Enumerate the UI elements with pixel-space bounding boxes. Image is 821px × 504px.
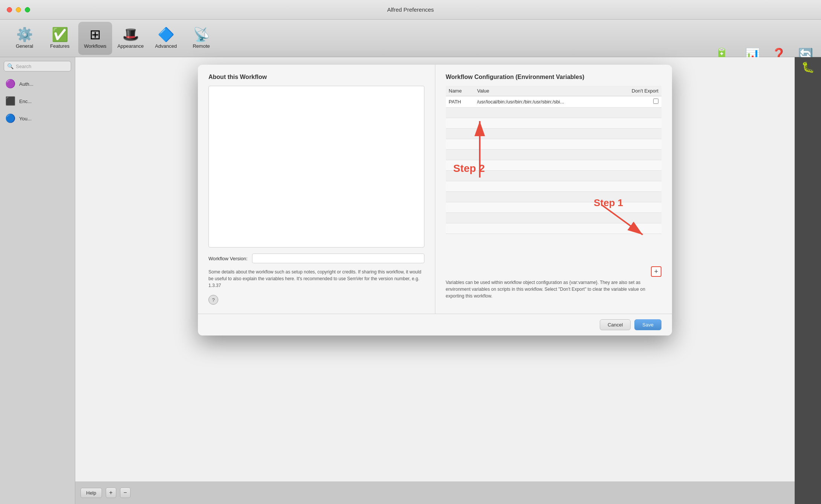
sidebar: 🔍 Search 🟣 Auth... ⬛ Enc... 🔵 You... xyxy=(0,57,75,504)
dialog-left: About this Workflow Workflow Version: So… xyxy=(198,65,435,314)
workflow-image-box xyxy=(208,86,424,247)
advanced-icon: 🔷 xyxy=(158,28,175,41)
dialog-container: About this Workflow Workflow Version: So… xyxy=(75,57,795,504)
main-content: About this Workflow Workflow Version: So… xyxy=(75,57,795,504)
table-row xyxy=(446,202,662,213)
bottom-add-button[interactable]: + xyxy=(106,487,116,498)
maximize-button[interactable] xyxy=(25,7,30,12)
toolbar-item-remote[interactable]: 📡 Remote xyxy=(184,22,218,55)
sidebar-item-enc[interactable]: ⬛ Enc... xyxy=(0,93,75,110)
enc-icon: ⬛ xyxy=(5,96,15,106)
workflows-icon: ⊞ xyxy=(90,28,101,41)
dialog-right: Workflow Configuration (Environment Vari… xyxy=(435,65,672,314)
cell-dont-export xyxy=(613,96,661,108)
toolbar-item-workflows[interactable]: ⊞ Workflows xyxy=(78,22,112,55)
env-bottom: + Variables can be used within workflow … xyxy=(446,266,662,305)
remote-icon: 📡 xyxy=(193,28,210,41)
workflow-description: Some details about the workflow such as … xyxy=(208,269,424,289)
close-button[interactable] xyxy=(7,7,12,12)
col-value: Value xyxy=(474,86,613,96)
general-icon: ⚙️ xyxy=(16,28,33,41)
bug-icon[interactable]: 🐛 xyxy=(801,61,815,73)
workflow-version-input[interactable] xyxy=(252,254,424,263)
toolbar-item-advanced[interactable]: 🔷 Advanced xyxy=(149,22,183,55)
dialog-footer: Cancel Save xyxy=(198,314,672,335)
search-icon: 🔍 xyxy=(7,63,14,69)
table-row xyxy=(446,213,662,223)
add-button-row: + xyxy=(446,266,662,277)
window-title: Alfred Preferences xyxy=(387,6,434,13)
cancel-button[interactable]: Cancel xyxy=(600,319,631,330)
table-row xyxy=(446,223,662,234)
dont-export-checkbox[interactable] xyxy=(653,99,658,104)
table-row: PATH /usr/local/bin:/usr/bin:/bin:/usr/s… xyxy=(446,96,662,108)
toolbar-label-appearance: Appearance xyxy=(117,43,144,49)
col-dont-export: Don't Export xyxy=(613,86,661,96)
toolbar: ⚙️ General ✅ Features ⊞ Workflows 🎩 Appe… xyxy=(0,20,821,57)
table-row xyxy=(446,139,662,150)
search-box[interactable]: 🔍 Search xyxy=(4,61,71,71)
search-input[interactable]: Search xyxy=(16,64,31,69)
add-env-button[interactable]: + xyxy=(651,266,661,277)
cell-name: PATH xyxy=(446,96,474,108)
table-row xyxy=(446,129,662,139)
auth-icon: 🟣 xyxy=(5,79,15,89)
sidebar-item-auth[interactable]: 🟣 Auth... xyxy=(0,75,75,93)
table-row xyxy=(446,171,662,181)
right-panel: 🐛 xyxy=(795,57,821,504)
features-icon: ✅ xyxy=(52,28,68,41)
env-table: Name Value Don't Export PATH /usr/local/… xyxy=(446,86,662,234)
help-button[interactable]: ? xyxy=(208,295,218,305)
appearance-icon: 🎩 xyxy=(122,28,139,41)
title-bar: Alfred Preferences xyxy=(0,0,821,20)
bottom-bar: Help + − xyxy=(75,481,795,504)
cell-value: /usr/local/bin:/usr/bin:/bin:/usr/sbin:/… xyxy=(474,96,613,108)
sidebar-item-you[interactable]: 🔵 You... xyxy=(0,110,75,127)
toolbar-item-general[interactable]: ⚙️ General xyxy=(8,22,41,55)
workflow-version-label: Workflow Version: xyxy=(208,256,248,261)
sidebar-item-label-you: You... xyxy=(19,116,32,121)
table-row xyxy=(446,118,662,129)
dialog-left-title: About this Workflow xyxy=(208,74,424,80)
env-description: Variables can be used within workflow ob… xyxy=(446,279,662,299)
toolbar-item-features[interactable]: ✅ Features xyxy=(43,22,77,55)
sidebar-item-label-enc: Enc... xyxy=(19,99,32,104)
table-row xyxy=(446,160,662,171)
toolbar-label-workflows: Workflows xyxy=(84,43,106,49)
dialog: About this Workflow Workflow Version: So… xyxy=(198,65,672,335)
table-row xyxy=(446,192,662,202)
window-controls xyxy=(7,7,30,12)
dialog-right-title: Workflow Configuration (Environment Vari… xyxy=(446,74,662,80)
save-button[interactable]: Save xyxy=(634,319,661,330)
dialog-inner: About this Workflow Workflow Version: So… xyxy=(198,65,672,314)
col-name: Name xyxy=(446,86,474,96)
toolbar-label-general: General xyxy=(16,43,33,49)
workflow-version-row: Workflow Version: xyxy=(208,254,424,263)
table-row xyxy=(446,108,662,118)
sidebar-item-label-auth: Auth... xyxy=(19,81,33,87)
toolbar-item-appearance[interactable]: 🎩 Appearance xyxy=(114,22,147,55)
toolbar-label-remote: Remote xyxy=(193,43,210,49)
you-icon: 🔵 xyxy=(5,114,15,123)
bottom-help-button[interactable]: Help xyxy=(81,488,102,498)
table-row xyxy=(446,150,662,160)
toolbar-label-advanced: Advanced xyxy=(155,43,177,49)
table-row xyxy=(446,181,662,192)
minimize-button[interactable] xyxy=(16,7,21,12)
toolbar-label-features: Features xyxy=(50,43,69,49)
bottom-remove-button[interactable]: − xyxy=(120,487,131,498)
